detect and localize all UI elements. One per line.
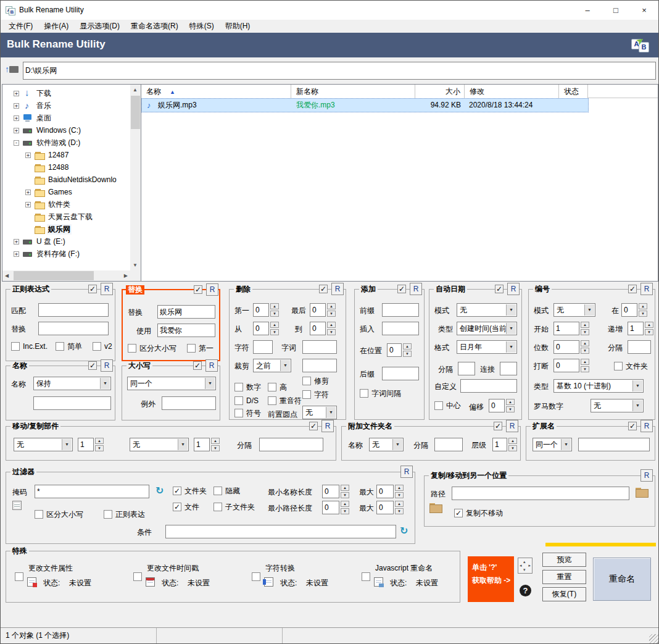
offset-input[interactable] — [489, 399, 505, 412]
replace-reset-button[interactable]: R — [206, 283, 218, 296]
spinner-arrows[interactable]: ▲▼ — [395, 485, 404, 498]
max-name-input[interactable] — [376, 485, 394, 498]
expand-icon[interactable]: + — [25, 202, 31, 207]
replace-first-option[interactable]: 第一 — [187, 343, 213, 353]
tree-item-11[interactable]: 娱乐网 — [4, 223, 130, 235]
column-header-name[interactable]: 名称▲ — [141, 85, 291, 98]
case-mode-select[interactable]: 同一个▼ — [127, 377, 216, 390]
movecopy-n1-spinner[interactable]: ▲▼ — [78, 438, 104, 451]
max-path-spinner[interactable]: ▲▼ — [376, 501, 404, 514]
expand-icon[interactable]: + — [25, 190, 31, 195]
remove-to-input[interactable] — [310, 322, 326, 335]
num-start-spinner[interactable]: ▲▼ — [553, 322, 589, 335]
resize-grip[interactable] — [649, 634, 658, 643]
tree-item-10[interactable]: 天翼云盘下载 — [4, 211, 130, 223]
minimize-button[interactable]: – — [573, 1, 602, 20]
condition-input[interactable] — [165, 525, 396, 538]
expand-icon[interactable]: + — [14, 103, 19, 109]
num-folder-checkbox[interactable] — [614, 362, 623, 370]
insert-input[interactable] — [382, 322, 419, 335]
javascript-rename-checkbox[interactable] — [362, 572, 370, 581]
char-translate-checkbox[interactable] — [252, 572, 260, 581]
tree-item-0[interactable]: +下载 — [4, 87, 130, 99]
remove-from-spinner[interactable]: ▲▼ — [253, 322, 279, 335]
mask-input[interactable] — [35, 485, 149, 498]
spinner-arrows[interactable]: ▲▼ — [403, 343, 412, 357]
preview-button[interactable]: 预览 — [542, 553, 586, 567]
filter-regex-option[interactable]: 正则表达 — [104, 509, 145, 519]
filter-case-option[interactable]: 区分大小写 — [35, 509, 83, 519]
regex-enable-checkbox[interactable] — [88, 285, 97, 293]
num-break-spinner[interactable]: ▲▼ — [553, 359, 589, 372]
spinner-arrows[interactable]: ▲▼ — [581, 359, 589, 372]
date-seg-input[interactable] — [500, 362, 517, 375]
append-folder-reset-button[interactable]: R — [506, 420, 518, 432]
subfolders-checkbox[interactable] — [213, 503, 222, 511]
movecopy-reset-button[interactable]: R — [321, 420, 334, 432]
autodate-reset-button[interactable]: R — [507, 283, 520, 295]
num-pad-spinner[interactable]: ▲▼ — [553, 340, 589, 354]
mask-paste-icon[interactable] — [12, 501, 22, 510]
remove-from-input[interactable] — [253, 322, 269, 335]
num-mode-select[interactable]: 无▼ — [553, 303, 595, 317]
files-checkbox[interactable] — [173, 503, 181, 511]
autodate-enable-checkbox[interactable] — [495, 285, 504, 293]
tree-vertical-scrollbar[interactable]: ▲ ▼ — [130, 85, 141, 270]
prefix-input[interactable] — [382, 303, 419, 317]
remove-chars-input[interactable] — [253, 340, 273, 354]
extension-enable-checkbox[interactable] — [628, 422, 637, 430]
name-reset-button[interactable]: R — [101, 359, 113, 372]
num-incr-spinner[interactable]: ▲▼ — [628, 322, 653, 335]
append-folder-enable-checkbox[interactable] — [494, 422, 502, 430]
date-mode-select[interactable]: 无▼ — [457, 303, 517, 317]
incext-checkbox[interactable] — [11, 342, 20, 351]
remove-to-spinner[interactable]: ▲▼ — [310, 322, 336, 335]
remove-enable-checkbox[interactable] — [319, 285, 328, 293]
remove-last-input[interactable] — [310, 303, 326, 317]
column-header-modified[interactable]: 修改 — [465, 85, 559, 98]
horizontal-scroll-thumb[interactable] — [14, 271, 94, 280]
remove-sym-option[interactable]: 符号 — [234, 408, 261, 418]
spinner-arrows[interactable]: ▲▼ — [270, 322, 279, 335]
spinner-arrows[interactable]: ▲▼ — [327, 322, 336, 335]
tree-horizontal-scrollbar[interactable]: ◀ ▶ — [2, 270, 130, 281]
extension-text-input[interactable] — [578, 438, 650, 451]
af-levels-spinner[interactable]: ▲▼ — [492, 438, 517, 451]
collapse-icon[interactable]: - — [14, 140, 19, 146]
num-pad-input[interactable] — [553, 340, 579, 354]
tree-item-5[interactable]: +12487 — [4, 149, 130, 161]
extension-reset-button[interactable]: R — [640, 420, 653, 432]
refresh-icon[interactable]: ↻ — [155, 485, 164, 497]
remove-crop-select[interactable]: 之前▼ — [253, 359, 291, 372]
remove-chars-option[interactable]: 字符 — [302, 390, 329, 399]
scroll-up-icon[interactable]: ▲ — [133, 87, 138, 93]
expand-icon[interactable]: + — [14, 251, 19, 257]
column-header-status[interactable]: 状态 — [559, 85, 588, 98]
filters-reset-button[interactable]: R — [400, 466, 413, 478]
spinner-arrows[interactable]: ▲▼ — [581, 322, 589, 335]
name-text-input[interactable] — [33, 396, 111, 410]
movecopy-n2-spinner[interactable]: ▲▼ — [194, 438, 220, 451]
menu-file[interactable]: 文件(F) — [3, 20, 38, 33]
expand-icon[interactable]: + — [25, 153, 31, 158]
add-enable-checkbox[interactable] — [397, 285, 406, 293]
suffix-input[interactable] — [382, 367, 419, 380]
numbering-reset-button[interactable]: R — [640, 283, 653, 295]
rename-button[interactable]: 重命名 — [593, 558, 651, 601]
replace-find-input[interactable] — [157, 305, 215, 319]
filter-case-checkbox[interactable] — [35, 510, 43, 519]
remove-crop-input[interactable] — [302, 359, 337, 372]
scroll-left-icon[interactable]: ◀ — [5, 273, 9, 278]
movecopy-n1-input[interactable] — [78, 438, 94, 451]
replace-with-input[interactable] — [157, 324, 215, 337]
spinner-arrows[interactable]: ▲▼ — [270, 303, 279, 317]
remove-ds-option[interactable]: D/S — [234, 396, 259, 406]
accents-checkbox[interactable] — [268, 396, 276, 405]
num-base-select[interactable]: 基数 10 (十进制)▼ — [553, 379, 644, 393]
tree-item-2[interactable]: +桌面 — [4, 112, 130, 124]
af-name-select[interactable]: 无▼ — [369, 438, 404, 451]
tree-item-7[interactable]: BaiduNetdiskDownlo — [4, 174, 130, 186]
help-question-icon[interactable]: ? — [520, 585, 531, 596]
at-pos-spinner[interactable]: ▲▼ — [387, 343, 412, 357]
vertical-scroll-thumb[interactable] — [131, 96, 140, 129]
